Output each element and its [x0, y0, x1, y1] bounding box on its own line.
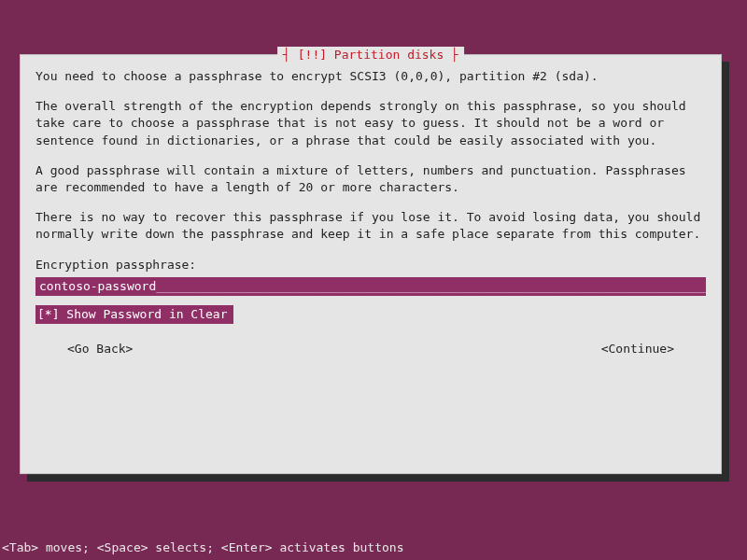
show-password-checkbox[interactable]: [*] Show Password in Clear: [35, 305, 233, 324]
dialog-title: [!!] Partition disks: [277, 47, 464, 63]
dialog-button-row: <Go Back> <Continue>: [35, 341, 706, 357]
show-password-label: Show Password in Clear: [66, 307, 227, 321]
intro-paragraph-1: You need to choose a passphrase to encry…: [35, 68, 706, 85]
checkbox-glyph: [*]: [37, 307, 59, 321]
passphrase-value: contoso-password: [39, 279, 156, 293]
passphrase-input[interactable]: contoso-password________________________…: [35, 277, 706, 296]
intro-paragraph-4: There is no way to recover this passphra…: [35, 209, 706, 243]
go-back-button[interactable]: <Go Back>: [67, 341, 133, 357]
continue-button[interactable]: <Continue>: [601, 341, 674, 357]
intro-paragraph-3: A good passphrase will contain a mixture…: [35, 162, 706, 196]
input-underline-fill: ________________________________________…: [156, 279, 706, 293]
help-bar: <Tab> moves; <Space> selects; <Enter> ac…: [0, 538, 405, 558]
passphrase-label: Encryption passphrase:: [35, 257, 706, 273]
dialog-body: You need to choose a passphrase to encry…: [21, 55, 721, 367]
intro-paragraph-2: The overall strength of the encryption d…: [35, 98, 706, 149]
partition-disks-dialog: [!!] Partition disks You need to choose …: [20, 54, 722, 474]
